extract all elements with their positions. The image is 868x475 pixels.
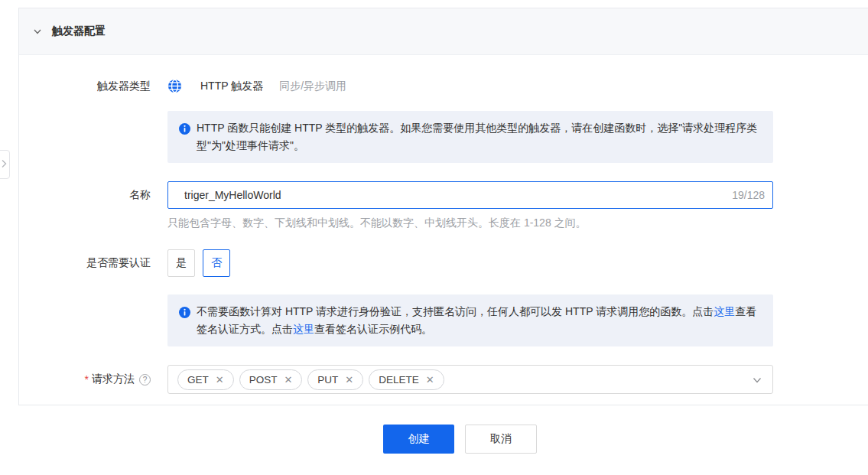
http-trigger-info-box: HTTP 函数只能创建 HTTP 类型的触发器。如果您需要使用其他类型的触发器，…: [167, 111, 773, 163]
trigger-type-row: 触发器类型 HTTP 触发器 同步/异步调用: [19, 79, 868, 93]
create-button[interactable]: 创建: [383, 425, 454, 454]
trigger-type-value: HTTP 触发器: [200, 80, 263, 93]
chevron-down-icon: [33, 27, 42, 36]
method-tag-label: POST: [249, 374, 278, 386]
name-label: 名称: [19, 188, 151, 202]
auth-info-box: 不需要函数计算对 HTTP 请求进行身份验证，支持匿名访问，任何人都可以发 HT…: [167, 294, 773, 346]
section-title: 触发器配置: [52, 24, 106, 38]
auth-info-segment-3: 查看签名认证示例代码。: [314, 323, 432, 335]
remove-tag-icon[interactable]: ✕: [216, 375, 224, 385]
trigger-type-label: 触发器类型: [19, 80, 151, 93]
trigger-name-input[interactable]: [167, 181, 773, 209]
request-methods-label: 请求方法: [92, 373, 135, 386]
method-tag-get: GET ✕: [177, 369, 234, 390]
auth-info-text: 不需要函数计算对 HTTP 请求进行身份验证，支持匿名访问，任何人都可以发 HT…: [197, 303, 761, 338]
method-tag-delete: DELETE ✕: [369, 369, 444, 390]
drawer-expand-handle[interactable]: [0, 150, 10, 179]
method-tag-label: PUT: [317, 374, 338, 386]
auth-info-segment-1: 不需要函数计算对 HTTP 请求进行身份验证，支持匿名访问，任何人都可以发 HT…: [197, 305, 714, 317]
method-tag-put: PUT ✕: [307, 369, 363, 390]
chevron-right-icon: [1, 159, 7, 171]
info-icon: [179, 306, 190, 317]
request-methods-row: * 请求方法 ? GET ✕ POST ✕ PUT ✕: [19, 365, 868, 394]
trigger-config-panel: 触发器配置 触发器类型 HTTP 触发器: [18, 8, 868, 405]
signature-sample-link[interactable]: 这里: [293, 323, 314, 335]
signature-auth-link[interactable]: 这里: [714, 305, 735, 317]
help-icon[interactable]: ?: [139, 374, 151, 386]
info-icon: [179, 122, 190, 134]
auth-option-no[interactable]: 否: [203, 249, 230, 277]
name-row: 名称 19/128: [19, 181, 868, 209]
cancel-button[interactable]: 取消: [465, 425, 537, 454]
auth-label: 是否需要认证: [19, 256, 151, 270]
remove-tag-icon[interactable]: ✕: [284, 375, 292, 385]
section-header-trigger-config[interactable]: 触发器配置: [19, 8, 868, 55]
footer-actions: 创建 取消: [383, 425, 537, 454]
auth-option-yes[interactable]: 是: [167, 249, 195, 277]
method-tag-label: GET: [187, 374, 209, 386]
required-asterisk: *: [85, 373, 89, 386]
chevron-down-icon: [752, 375, 762, 386]
name-helper-text: 只能包含字母、数字、下划线和中划线。不能以数字、中划线开头。长度在 1-128 …: [167, 216, 773, 230]
globe-icon: [167, 79, 182, 93]
auth-row: 是否需要认证 是 否: [19, 249, 868, 277]
request-methods-select[interactable]: GET ✕ POST ✕ PUT ✕ DELETE ✕: [167, 365, 773, 394]
invoke-mode-text: 同步/异步调用: [279, 80, 346, 93]
remove-tag-icon[interactable]: ✕: [426, 375, 434, 385]
method-tag-post: POST ✕: [239, 369, 303, 390]
method-tag-label: DELETE: [379, 374, 419, 386]
remove-tag-icon[interactable]: ✕: [345, 375, 353, 385]
http-trigger-info-text: HTTP 函数只能创建 HTTP 类型的触发器。如果您需要使用其他类型的触发器，…: [197, 119, 761, 155]
